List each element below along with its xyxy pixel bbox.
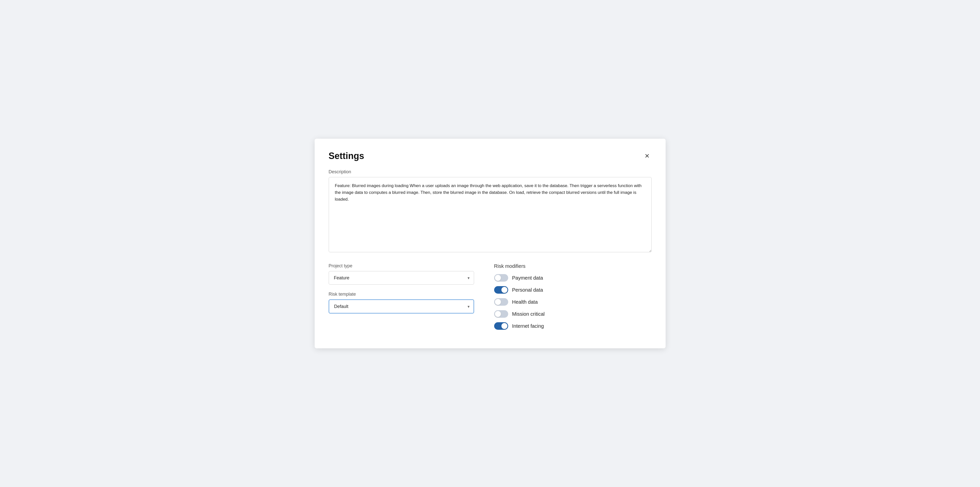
bottom-section: Project type Feature Product Service Pla… [329,263,652,334]
risk-modifiers-title: Risk modifiers [494,263,652,269]
risk-modifier-personal-data: Personal data [494,286,652,294]
close-button[interactable]: × [643,151,652,161]
payment-data-toggle[interactable] [494,274,508,282]
risk-template-wrapper: Default Custom None ▾ [329,299,474,314]
risk-modifier-internet-facing: Internet facing [494,322,652,330]
risk-modifier-payment-data: Payment data [494,274,652,282]
personal-data-slider [494,286,508,294]
mission-critical-slider [494,310,508,318]
risk-modifiers-section: Risk modifiers Payment data Personal dat… [494,263,652,334]
health-data-label: Health data [512,299,538,305]
description-field: Description Feature: Blurred images duri… [329,169,652,253]
left-section: Project type Feature Product Service Pla… [329,263,474,320]
risk-modifier-mission-critical: Mission critical [494,310,652,318]
mission-critical-label: Mission critical [512,311,545,317]
project-type-select[interactable]: Feature Product Service Platform [329,271,474,285]
modal-title: Settings [329,151,364,161]
modal-header: Settings × [329,151,652,161]
payment-data-label: Payment data [512,275,543,281]
description-textarea[interactable]: Feature: Blurred images during loading W… [329,177,652,252]
settings-modal: Settings × Description Feature: Blurred … [315,138,666,349]
personal-data-toggle[interactable] [494,286,508,294]
internet-facing-label: Internet facing [512,323,544,329]
project-type-label: Project type [329,263,474,269]
internet-facing-slider [494,322,508,330]
health-data-toggle[interactable] [494,298,508,306]
personal-data-label: Personal data [512,287,543,293]
internet-facing-toggle[interactable] [494,322,508,330]
risk-template-field: Risk template Default Custom None ▾ [329,292,474,314]
risk-modifier-health-data: Health data [494,298,652,306]
health-data-slider [494,298,508,306]
description-label: Description [329,169,652,175]
project-type-field: Project type Feature Product Service Pla… [329,263,474,285]
mission-critical-toggle[interactable] [494,310,508,318]
risk-template-select[interactable]: Default Custom None [329,299,474,314]
project-type-wrapper: Feature Product Service Platform ▾ [329,271,474,285]
risk-template-label: Risk template [329,292,474,297]
payment-data-slider [494,274,508,282]
